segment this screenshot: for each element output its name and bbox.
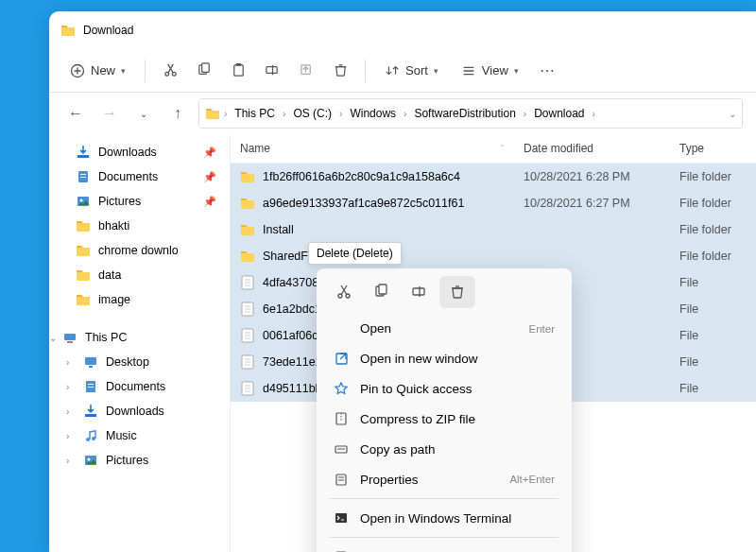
context-toolbar	[322, 274, 566, 314]
share-button[interactable]	[291, 56, 321, 86]
context-item[interactable]: PropertiesAlt+Enter	[322, 464, 566, 494]
forward-button[interactable]: →	[96, 100, 123, 127]
col-date[interactable]: Date modified	[514, 134, 670, 163]
copy-button[interactable]	[189, 56, 219, 86]
rename-icon	[411, 284, 428, 301]
col-name[interactable]: Name˄	[231, 134, 514, 163]
view-button[interactable]: View ▾	[452, 58, 528, 84]
context-item[interactable]: Compress to ZIP file	[322, 404, 566, 434]
desktop-icon	[83, 354, 98, 370]
documents-icon	[83, 379, 98, 394]
expand-icon: ›	[66, 431, 69, 441]
documents-icon	[76, 169, 91, 184]
sidebar-item[interactable]: Documents📌	[49, 164, 230, 189]
up-button[interactable]: ↑	[164, 100, 191, 127]
chevron-down-icon[interactable]: ⌄	[130, 100, 157, 127]
trash-icon	[449, 284, 466, 301]
sidebar-item[interactable]: ›Pictures	[49, 448, 230, 473]
sidebar-item[interactable]: data	[49, 263, 230, 287]
sidebar-item[interactable]: ›Music	[49, 423, 230, 448]
chevron-right-icon: ›	[224, 109, 227, 119]
sidebar-item[interactable]: Pictures📌	[49, 189, 230, 214]
view-icon	[461, 63, 476, 78]
tooltip: Delete (Delete)	[308, 242, 402, 265]
sidebar-item[interactable]: bhakti	[49, 214, 230, 238]
sidebar-item[interactable]: Downloads📌	[49, 140, 230, 164]
sort-button[interactable]: Sort ▾	[375, 58, 448, 84]
delete-button[interactable]	[325, 56, 355, 86]
ctx-cut[interactable]	[326, 276, 362, 308]
separator	[145, 60, 146, 82]
copy-icon	[373, 284, 390, 301]
file-icon	[240, 302, 255, 317]
folder-icon	[205, 106, 220, 121]
folder-icon	[76, 292, 91, 307]
table-row[interactable]: InstallFile folder	[231, 216, 756, 243]
trash-icon	[333, 62, 349, 78]
breadcrumb[interactable]: OS (C:)	[289, 105, 335, 122]
file-icon	[240, 381, 255, 396]
toolbar: New ▾ Sort ▾ View ▾ ⋯	[49, 49, 756, 93]
column-headers: Name˄ Date modified Type	[231, 134, 756, 164]
window-title: Download	[83, 24, 133, 37]
watermark: wsxdn.com	[682, 533, 748, 548]
copy-icon	[197, 62, 213, 78]
context-item[interactable]: Pin to Quick access	[322, 373, 566, 404]
cut-icon	[335, 284, 352, 301]
shortcut: Alt+Enter	[509, 474, 555, 485]
ctx-rename[interactable]	[402, 276, 438, 308]
chevron-down-icon: ▾	[121, 66, 126, 76]
address-bar[interactable]: › This PC› OS (C:)› Windows› SoftwareDis…	[198, 98, 743, 129]
thispc-icon	[62, 330, 77, 345]
table-row[interactable]: a96ede9133937af1ca9e872c5c011f6110/28/20…	[231, 190, 756, 216]
separator	[330, 537, 558, 538]
chevron-down-icon: ▾	[434, 66, 438, 76]
file-icon	[240, 354, 255, 370]
table-row[interactable]: 1fb26ff0616a6b2c80c9a1c9a158a6c410/28/20…	[231, 164, 756, 190]
col-type[interactable]: Type	[670, 134, 756, 163]
expand-icon: ⌄	[49, 333, 57, 343]
context-item[interactable]: OpenEnter	[322, 314, 566, 343]
folder-icon	[240, 196, 255, 211]
pin-icon: 📌	[203, 196, 216, 208]
sidebar-item[interactable]: ›Desktop	[49, 350, 230, 374]
breadcrumb[interactable]: Windows	[346, 105, 400, 122]
expand-icon: ›	[66, 382, 69, 392]
ctx-copy[interactable]	[364, 276, 400, 308]
cut-button[interactable]	[155, 56, 185, 86]
folder-icon	[240, 222, 255, 237]
breadcrumb[interactable]: This PC	[231, 105, 279, 122]
sidebar-item[interactable]: ›Documents	[49, 374, 230, 399]
new-button[interactable]: New ▾	[60, 58, 135, 84]
back-button[interactable]: ←	[62, 100, 89, 127]
share-icon	[299, 62, 315, 78]
separator	[365, 60, 366, 82]
breadcrumb[interactable]: SoftwareDistribution	[410, 105, 519, 122]
pin-icon: 📌	[203, 147, 216, 159]
ctx-delete[interactable]	[439, 276, 475, 308]
pictures-icon	[76, 194, 91, 209]
chevron-down-icon[interactable]: ⌄	[729, 109, 736, 119]
pictures-icon	[83, 453, 98, 468]
context-item[interactable]: Show more optionsShift+F10	[322, 542, 566, 552]
sidebar-item[interactable]: ›Downloads	[49, 399, 230, 423]
titlebar: Download	[49, 11, 756, 49]
context-item[interactable]: Open in new window	[322, 343, 566, 373]
rename-button[interactable]	[257, 56, 287, 86]
props-icon	[334, 472, 349, 487]
shortcut: Enter	[529, 323, 556, 335]
context-menu: OpenEnterOpen in new windowPin to Quick …	[317, 268, 572, 552]
plus-icon	[70, 63, 85, 78]
context-item[interactable]: Open in Windows Terminal	[322, 503, 566, 533]
breadcrumb[interactable]: Download	[530, 105, 588, 122]
file-icon	[240, 275, 255, 290]
zip-icon	[334, 411, 349, 426]
sidebar-item[interactable]: image	[49, 287, 230, 312]
sidebar-this-pc[interactable]: ⌄This PC	[49, 325, 230, 350]
paste-button[interactable]	[223, 56, 253, 86]
more-button[interactable]: ⋯	[532, 56, 562, 86]
rename-icon	[265, 62, 281, 78]
pin-icon: 📌	[203, 171, 216, 183]
context-item[interactable]: Copy as path	[322, 434, 566, 464]
sidebar-item[interactable]: chrome downlo	[49, 238, 230, 263]
